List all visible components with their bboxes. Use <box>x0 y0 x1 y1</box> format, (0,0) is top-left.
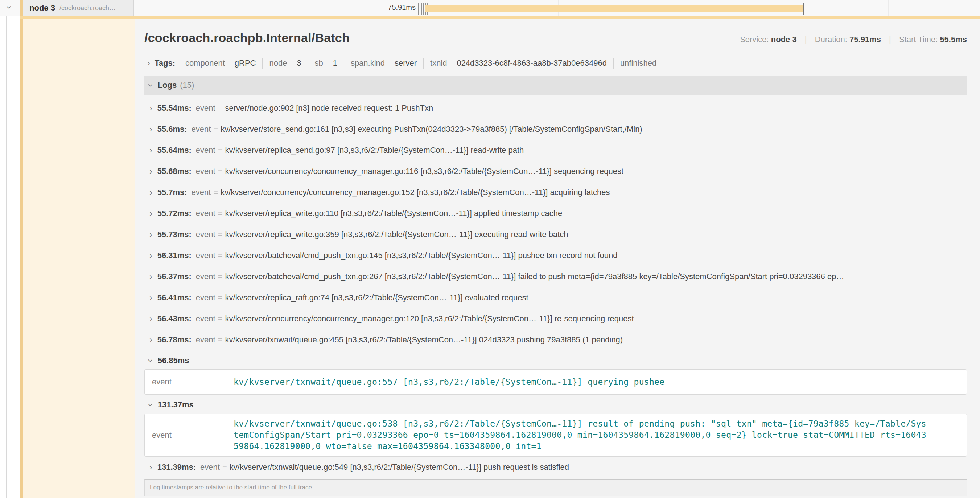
tag-value: 3 <box>297 59 301 67</box>
log-equals: = <box>218 251 223 260</box>
log-equals: = <box>218 230 223 239</box>
log-expand-chevron-icon[interactable]: › <box>150 294 152 302</box>
tag-equals: = <box>659 59 664 67</box>
log-message: kv/kvserver/replica_send.go:97 [n3,s3,r6… <box>225 145 524 155</box>
log-message: kv/kvserver/txnwait/queue.go:549 [n3,s3,… <box>229 463 569 472</box>
log-field-key: event <box>196 335 215 345</box>
log-expand-chevron-icon[interactable]: › <box>150 209 152 218</box>
log-message: kv/kvserver/txnwait/queue.go:455 [n3,s3,… <box>225 335 623 345</box>
log-event-box: event kv/kvserver/txnwait/queue.go:557 [… <box>144 369 967 395</box>
logs-footer-note: Log timestamps are relative to the start… <box>144 479 967 496</box>
log-entry-collapsed[interactable]: › 56.31ms: event = kv/kvserver/batcheval… <box>144 245 967 266</box>
tag-equals: = <box>450 59 455 67</box>
log-equals: = <box>218 293 223 302</box>
tag-equals: = <box>228 59 232 67</box>
log-field-key: event <box>196 145 215 155</box>
log-equals: = <box>213 124 218 134</box>
tag-key: unfinished <box>620 59 657 67</box>
log-equals: = <box>218 145 223 155</box>
log-entry-collapsed[interactable]: › 55.54ms: event = server/node.go:902 [n… <box>144 98 967 119</box>
log-field-key: event <box>196 104 215 113</box>
log-field-key: event <box>196 293 215 302</box>
span-duration-label: 75.91ms <box>363 3 416 12</box>
start-time-value: 55.5ms <box>940 35 967 44</box>
log-collapse-header[interactable]: › 131.37ms <box>144 396 967 413</box>
log-expand-chevron-icon[interactable]: › <box>150 168 152 176</box>
log-entry-collapsed[interactable]: › 55.6ms: event = kv/kvserver/store_send… <box>144 119 967 140</box>
log-event-box: event kv/kvserver/txnwait/queue.go:538 [… <box>144 413 967 457</box>
log-expand-chevron-icon[interactable]: › <box>150 273 152 281</box>
span-name-cell[interactable]: node 3 /cockroach.roach… <box>23 0 134 16</box>
start-time-label: Start Time: <box>899 35 937 44</box>
log-message: kv/kvserver/concurrency/concurrency_mana… <box>225 314 634 324</box>
log-event-value: kv/kvserver/txnwait/queue.go:557 [n3,s3,… <box>234 377 665 388</box>
log-expand-chevron-icon[interactable]: › <box>150 231 152 239</box>
log-field-key: event <box>200 463 220 472</box>
log-timestamp: 56.41ms: <box>158 293 191 302</box>
tag-item: component=gRPC <box>179 58 262 69</box>
span-detail-header: /cockroach.roachpb.Internal/Batch Servic… <box>144 19 967 51</box>
log-expand-chevron-icon[interactable]: › <box>150 336 152 344</box>
tag-item: node=3 <box>262 58 308 69</box>
log-field-key: event <box>152 431 234 440</box>
log-message: server/node.go:902 [n3] node received re… <box>225 104 433 113</box>
log-entry-collapsed[interactable]: › 55.7ms: event = kv/kvserver/concurrenc… <box>144 182 967 203</box>
log-entry-collapsed[interactable]: › 55.68ms: event = kv/kvserver/concurren… <box>144 161 967 182</box>
log-entry-collapsed[interactable]: › 55.72ms: event = kv/kvserver/replica_w… <box>144 203 967 224</box>
log-entry-collapsed[interactable]: › 56.37ms: event = kv/kvserver/batcheval… <box>144 266 967 287</box>
log-message: kv/kvserver/concurrency/concurrency_mana… <box>221 188 610 197</box>
log-timestamp: 131.39ms: <box>158 463 196 472</box>
tag-key: component <box>185 59 225 67</box>
tags-accordion-header[interactable]: › Tags: component=gRPC node=3 sb=1 span.… <box>144 51 967 73</box>
tag-item: txnid=024d3323-6c8f-4863-aa8b-37ab0e6349… <box>424 58 614 69</box>
tag-item: sb=1 <box>308 58 344 69</box>
log-timestamp: 56.37ms: <box>158 272 191 281</box>
log-timestamp: 55.64ms: <box>158 145 191 155</box>
logs-accordion-header[interactable]: › Logs (15) <box>144 76 967 95</box>
column-divider[interactable] <box>347 0 347 16</box>
log-expand-chevron-icon[interactable]: › <box>150 188 152 197</box>
log-entry-collapsed[interactable]: › 56.78ms: event = kv/kvserver/txnwait/q… <box>144 329 967 350</box>
span-duration-bar[interactable] <box>425 5 803 12</box>
log-timestamp: 56.85ms <box>158 356 189 365</box>
log-expand-chevron-icon[interactable]: › <box>150 252 152 260</box>
log-entry-collapsed[interactable]: › 56.41ms: event = kv/kvserver/replica_r… <box>144 287 967 308</box>
tag-list: component=gRPC node=3 sb=1 span.kind=ser… <box>179 58 673 69</box>
log-expand-chevron-icon[interactable]: › <box>150 146 152 155</box>
log-expand-chevron-icon[interactable]: › <box>150 315 152 323</box>
tags-expand-chevron-icon[interactable]: › <box>147 59 150 67</box>
log-event-value: kv/kvserver/txnwait/queue.go:538 [n3,s3,… <box>234 418 926 452</box>
tag-key: node <box>269 59 287 67</box>
trace-span-detail-view: › node 3 /cockroach.roach… 75.91ms /cock… <box>0 0 980 501</box>
log-collapse-chevron-icon[interactable]: › <box>146 403 156 407</box>
log-tick-marker-end <box>803 3 805 15</box>
tag-value: gRPC <box>235 59 256 67</box>
log-message: kv/kvserver/store_send.go:161 [n3,s3] ex… <box>221 124 642 134</box>
logs-section: › Logs (15) › 55.54ms: event = server/no… <box>144 76 967 496</box>
span-overview: Service: node 3 | Duration: 75.91ms | St… <box>740 35 967 45</box>
tag-equals: = <box>290 59 294 67</box>
tag-value: 024d3323-6c8f-4863-aa8b-37ab0e63496d <box>457 59 606 67</box>
log-message: kv/kvserver/replica_raft.go:74 [n3,s3,r6… <box>225 293 528 302</box>
log-collapse-header[interactable]: › 56.85ms <box>144 352 967 369</box>
log-entry-collapsed[interactable]: › 56.43ms: event = kv/kvserver/concurren… <box>144 308 967 329</box>
log-expand-chevron-icon[interactable]: › <box>150 125 152 134</box>
tag-equals: = <box>387 59 392 67</box>
log-timestamp: 56.43ms: <box>158 314 191 324</box>
log-entry-collapsed[interactable]: › 131.39ms: event = kv/kvserver/txnwait/… <box>144 457 967 478</box>
timeline-gridline <box>888 0 889 16</box>
log-equals: = <box>218 167 223 176</box>
log-expand-chevron-icon[interactable]: › <box>150 104 152 113</box>
log-message: kv/kvserver/concurrency/concurrency_mana… <box>225 167 624 176</box>
log-field-key: event <box>196 272 215 281</box>
tag-equals: = <box>326 59 331 67</box>
log-timestamp: 131.37ms <box>158 400 194 410</box>
log-entry-collapsed[interactable]: › 55.64ms: event = kv/kvserver/replica_s… <box>144 140 967 161</box>
collapse-span-chevron-icon[interactable]: › <box>5 6 14 9</box>
log-expand-chevron-icon[interactable]: › <box>150 463 152 472</box>
duration-label: Duration: <box>815 35 847 44</box>
log-entry-collapsed[interactable]: › 55.73ms: event = kv/kvserver/replica_w… <box>144 224 967 245</box>
log-message: kv/kvserver/batcheval/cmd_push_txn.go:14… <box>225 251 618 260</box>
logs-collapse-chevron-icon[interactable]: › <box>146 84 156 87</box>
log-collapse-chevron-icon[interactable]: › <box>146 359 156 362</box>
